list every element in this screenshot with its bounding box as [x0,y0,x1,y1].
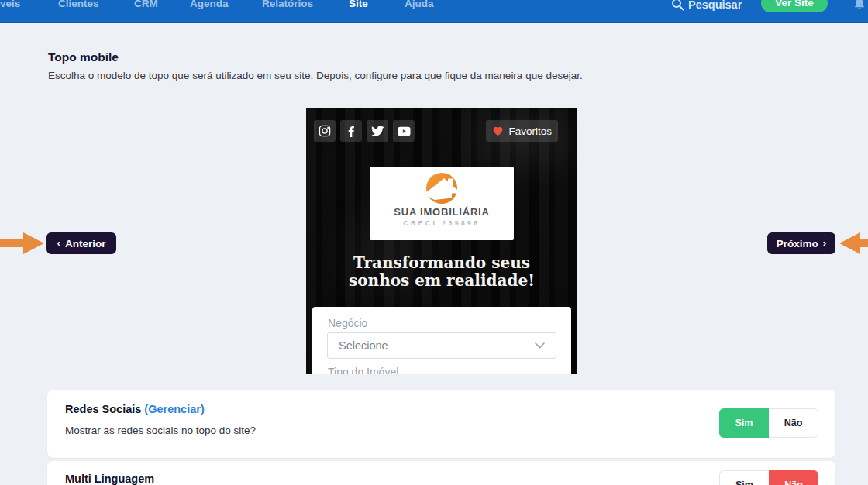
realtor-logo-icon [424,172,460,205]
setting-card-multi-linguagem: Multi Linguagem Sim Não [47,461,835,485]
setting-title-text: Multi Linguagem [65,473,154,485]
setting-title: Redes Sociais (Gerenciar) [65,403,205,415]
search-button[interactable]: Pesquisar [688,0,742,11]
previous-template-button[interactable]: ‹ Anterior [46,232,116,254]
nav-divider [842,0,842,12]
setting-title: Multi Linguagem [65,473,154,485]
preview-logo-card: SUA IMOBILIÁRIA CRECI 239898 [370,167,514,240]
multi-linguagem-toggle: Sim Não [719,470,818,485]
gerenciar-link[interactable]: (Gerenciar) [144,403,204,415]
nav-item-site[interactable]: Site [349,0,368,9]
nav-item-clientes[interactable]: Clientes [58,0,99,9]
toggle-sim-button[interactable]: Sim [719,408,769,438]
facebook-icon [340,120,362,142]
nav-divider [749,0,749,12]
annotation-arrow-right-icon [839,230,868,256]
property-type-field-label: Tipo do Imóvel [328,366,398,374]
nav-item-imoveis[interactable]: Imóveis [0,0,20,9]
chevron-left-icon: ‹ [57,237,60,249]
instagram-icon [314,120,336,142]
youtube-icon [393,120,415,142]
setting-description: Mostrar as redes sociais no topo do site… [65,425,256,436]
preview-tagline-text: Transformando seus sonhos em realidade! [326,254,558,290]
toggle-nao-button[interactable]: Não [769,408,818,438]
heart-icon [492,126,504,136]
chevron-right-icon: › [823,237,826,249]
toggle-sim-button[interactable]: Sim [719,470,769,485]
app-frame: Imóveis Clientes CRM Agenda Relatórios S… [0,0,868,485]
chevron-down-icon [535,342,545,349]
previous-button-label: Anterior [65,238,106,249]
top-navbar: Imóveis Clientes CRM Agenda Relatórios S… [0,0,868,23]
business-select: Selecione [327,332,556,359]
mobile-template-preview: Favoritos SUA IMOBILIÁRIA CRECI 239898 T… [306,108,577,374]
preview-favorites: Favoritos [486,120,558,142]
preview-search-form: Negócio Selecione Tipo do Imóvel [312,307,571,374]
twitter-icon [367,120,388,142]
next-template-button[interactable]: Próximo › [767,232,835,254]
next-button-label: Próximo [777,238,818,249]
redes-sociais-toggle: Sim Não [719,408,818,438]
nav-item-relatorios[interactable]: Relatórios [262,0,313,9]
notifications-bell-icon[interactable] [852,0,866,15]
search-icon[interactable] [671,0,684,14]
setting-card-redes-sociais: Redes Sociais (Gerenciar) Mostrar as red… [47,390,835,458]
favorites-label: Favoritos [508,126,552,137]
preview-logo-name: SUA IMOBILIÁRIA [394,206,489,218]
toggle-nao-button[interactable]: Não [769,470,818,485]
preview-tagline: Transformando seus sonhos em realidade! [306,254,577,290]
business-select-value: Selecione [339,339,388,352]
ver-site-button[interactable]: Ver Site [761,0,828,12]
nav-item-agenda[interactable]: Agenda [190,0,229,9]
preview-logo-creci: CRECI 239898 [403,219,480,227]
preview-social-icons [314,120,415,142]
setting-title-text: Redes Sociais [65,403,141,415]
page-subtitle: Escolha o modelo de topo que será utiliz… [48,70,583,81]
nav-item-ajuda[interactable]: Ajuda [405,0,434,9]
annotation-arrow-left-icon [0,230,45,256]
business-field-label: Negócio [328,317,367,329]
nav-item-crm[interactable]: CRM [134,0,158,9]
page-title: Topo mobile [48,50,119,64]
